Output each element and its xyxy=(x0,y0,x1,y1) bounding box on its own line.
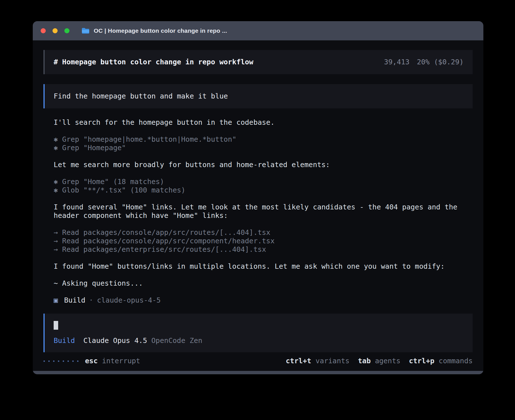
mode-indicator: Build xyxy=(54,336,75,345)
tool-call-line: ✱ Grep "Homepage" xyxy=(54,144,462,152)
model-name: claude-opus-4-5 xyxy=(97,296,161,305)
assistant-paragraph: I'll search for the homepage button in t… xyxy=(54,118,462,127)
minimize-button[interactable] xyxy=(53,28,58,33)
session-title: # Homepage button color change in repo w… xyxy=(54,58,253,66)
user-message-text: Find the homepage button and make it blu… xyxy=(54,92,228,100)
agent-status-line: ▣ Build · claude-opus-4-5 xyxy=(54,296,462,305)
esc-key-label: interrupt xyxy=(102,357,140,365)
tool-call-line: ✱ Grep "Home" (18 matches) xyxy=(54,178,462,186)
file-read-line: → Read packages/console/app/src/componen… xyxy=(54,237,462,245)
assistant-paragraph: I found "Home" buttons/links in multiple… xyxy=(54,262,462,271)
text-cursor xyxy=(54,321,58,330)
input-provider-label: OpenCode Zen xyxy=(151,336,202,345)
assistant-activity: ~ Asking questions... xyxy=(54,279,462,288)
context-usage: 20% ($0.29) xyxy=(417,58,464,66)
tool-call-line: ✱ Grep "homepage|home.*button|Home.*butt… xyxy=(54,135,462,144)
terminal-body: # Homepage button color change in repo w… xyxy=(33,40,483,371)
close-button[interactable] xyxy=(41,28,46,33)
file-read-line: → Read packages/enterprise/src/routes/[.… xyxy=(54,245,462,254)
input-model-label: Claude Opus 4.5 xyxy=(83,336,147,345)
shortcut-commands: ctrl+p commands xyxy=(409,357,473,365)
agent-name: Build xyxy=(64,296,85,305)
user-message-block: Find the homepage button and make it blu… xyxy=(43,84,473,108)
window-title: OC | Homepage button color change in rep… xyxy=(94,27,227,34)
progress-spinner xyxy=(43,360,78,362)
tool-call-line: ✱ Glob "**/*.tsx" (100 matches) xyxy=(54,186,462,194)
esc-key-hint: esc xyxy=(85,357,98,365)
session-header: # Homepage button color change in repo w… xyxy=(43,50,473,74)
token-count: 39,413 xyxy=(384,58,409,66)
folder-icon xyxy=(81,27,90,34)
separator-dot: · xyxy=(89,296,93,305)
shortcut-agents: tab agents xyxy=(358,357,400,365)
assistant-transcript: I'll search for the homepage button in t… xyxy=(54,118,462,305)
file-read-line: → Read packages/console/app/src/routes/[… xyxy=(54,228,462,237)
terminal-window: OC | Homepage button color change in rep… xyxy=(33,21,483,374)
agent-status-icon: ▣ xyxy=(54,296,58,305)
shortcut-variants: ctrl+t variants xyxy=(286,357,350,365)
zoom-button[interactable] xyxy=(64,28,69,33)
titlebar[interactable]: OC | Homepage button color change in rep… xyxy=(33,21,483,40)
prompt-input[interactable]: Build Claude Opus 4.5 OpenCode Zen xyxy=(43,314,473,352)
traffic-lights xyxy=(41,28,69,33)
status-bar: esc interrupt ctrl+t variants tab agents… xyxy=(43,357,473,365)
assistant-paragraph: I found several "Home" links. Let me loo… xyxy=(54,203,462,220)
assistant-paragraph: Let me search more broadly for buttons a… xyxy=(54,161,462,169)
